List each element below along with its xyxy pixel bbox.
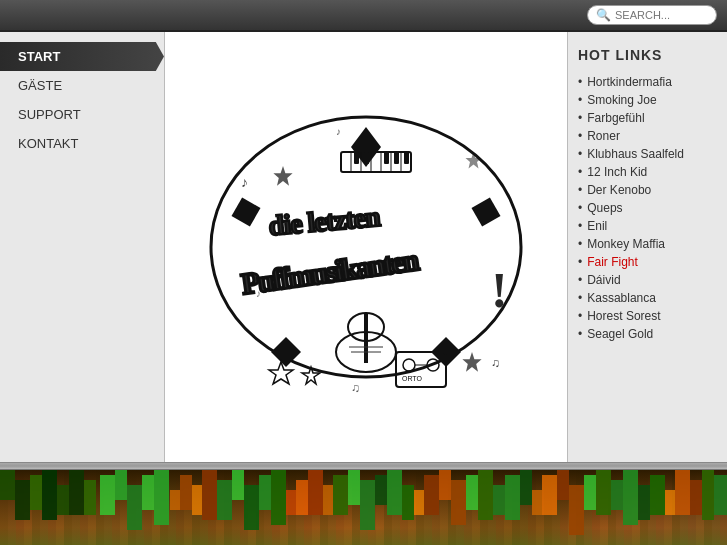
list-item: Dáivid [578, 271, 717, 289]
list-item: Enil [578, 217, 717, 235]
svg-rect-96 [690, 480, 702, 515]
svg-rect-54 [142, 475, 154, 510]
svg-rect-67 [308, 470, 323, 515]
hot-link-fair-fight[interactable]: Fair Fight [587, 255, 638, 269]
hot-link[interactable]: Kassablanca [587, 291, 656, 305]
svg-rect-58 [192, 485, 202, 515]
svg-rect-84 [532, 490, 542, 515]
svg-text:♪: ♪ [256, 288, 261, 299]
svg-rect-78 [451, 480, 466, 525]
svg-rect-53 [127, 485, 142, 530]
svg-rect-87 [569, 485, 584, 535]
hot-link[interactable]: Klubhaus Saalfeld [587, 147, 684, 161]
top-bar: 🔍 [0, 0, 727, 32]
svg-rect-55 [154, 470, 169, 525]
svg-rect-74 [402, 485, 414, 520]
svg-text:ORTO: ORTO [402, 375, 423, 382]
hot-link[interactable]: Queps [587, 201, 622, 215]
svg-rect-48 [57, 485, 69, 515]
svg-rect-18 [364, 313, 368, 363]
list-item: Seagel Gold [578, 325, 717, 343]
hot-link[interactable]: Roner [587, 129, 620, 143]
nav-item-start[interactable]: START [0, 42, 164, 71]
svg-rect-51 [100, 475, 115, 515]
svg-rect-70 [348, 470, 360, 505]
hot-link[interactable]: Dáivid [587, 273, 620, 287]
svg-rect-88 [584, 475, 596, 510]
svg-text:♫: ♫ [351, 381, 360, 395]
nav-item-gaeste[interactable]: GÄSTE [0, 71, 164, 100]
svg-marker-7 [462, 352, 481, 372]
svg-text:Puffmusikanten: Puffmusikanten [239, 243, 421, 301]
svg-rect-82 [505, 475, 520, 520]
svg-rect-52 [115, 470, 127, 500]
center-content: ♪ ♫ ♪ die letzten die letzten Puffmusika… [165, 32, 567, 462]
svg-rect-89 [596, 470, 611, 515]
svg-rect-73 [387, 470, 402, 515]
svg-text:die letzten: die letzten [267, 201, 382, 242]
list-item: Hortkindermafia [578, 73, 717, 91]
svg-rect-28 [354, 152, 359, 164]
hot-link[interactable]: Horest Sorest [587, 309, 660, 323]
svg-marker-39 [269, 362, 293, 384]
list-item: Der Kenobo [578, 181, 717, 199]
svg-rect-83 [520, 470, 532, 505]
hot-link[interactable]: Seagel Gold [587, 327, 653, 341]
svg-rect-72 [375, 475, 387, 505]
svg-rect-76 [424, 475, 439, 515]
hot-links-sidebar: HOT LINKS Hortkindermafia Smoking Joe Fa… [567, 32, 727, 462]
list-item: Monkey Maffia [578, 235, 717, 253]
graffiti-art: ♪ ♫ ♪ die letzten die letzten Puffmusika… [196, 87, 536, 407]
list-item: Roner [578, 127, 717, 145]
hot-link[interactable]: Der Kenobo [587, 183, 651, 197]
svg-rect-95 [675, 470, 690, 515]
svg-rect-63 [259, 475, 271, 510]
svg-rect-59 [202, 470, 217, 520]
svg-rect-68 [323, 485, 333, 515]
list-item: Klubhaus Saalfeld [578, 145, 717, 163]
svg-rect-92 [638, 485, 650, 520]
svg-rect-66 [296, 480, 308, 515]
svg-rect-57 [180, 475, 192, 510]
svg-rect-61 [232, 470, 244, 500]
search-icon: 🔍 [596, 8, 611, 22]
svg-rect-45 [15, 480, 30, 520]
nav-item-support[interactable]: SUPPORT [0, 100, 164, 129]
list-item: Fair Fight [578, 253, 717, 271]
hot-links-title: HOT LINKS [578, 47, 717, 63]
svg-marker-6 [273, 166, 292, 186]
bottom-image-inner [0, 470, 727, 545]
svg-rect-80 [478, 470, 493, 520]
svg-point-35 [403, 359, 415, 371]
svg-rect-91 [623, 470, 638, 525]
nav-item-kontakt[interactable]: KONTAKT [0, 129, 164, 158]
sidebar: START GÄSTE SUPPORT KONTAKT [0, 32, 165, 462]
list-item: Kassablanca [578, 289, 717, 307]
svg-rect-56 [170, 490, 180, 510]
list-item: 12 Inch Kid [578, 163, 717, 181]
list-item: Smoking Joe [578, 91, 717, 109]
svg-rect-44 [0, 470, 15, 500]
search-box[interactable]: 🔍 [587, 5, 717, 25]
search-input[interactable] [615, 9, 708, 21]
svg-rect-97 [702, 470, 714, 520]
svg-rect-62 [244, 485, 259, 530]
svg-rect-69 [333, 475, 348, 515]
section-divider [0, 462, 727, 470]
svg-rect-93 [650, 475, 665, 515]
hot-link[interactable]: Monkey Maffia [587, 237, 665, 251]
hot-link[interactable]: Farbgefühl [587, 111, 644, 125]
hot-link[interactable]: Smoking Joe [587, 93, 656, 107]
hot-link[interactable]: 12 Inch Kid [587, 165, 647, 179]
svg-marker-3 [468, 194, 505, 231]
list-item: Queps [578, 199, 717, 217]
svg-rect-49 [69, 470, 84, 515]
svg-rect-86 [557, 470, 569, 500]
svg-text:♪: ♪ [336, 126, 341, 137]
svg-rect-46 [30, 475, 42, 510]
svg-marker-2 [228, 194, 265, 231]
hot-link[interactable]: Enil [587, 219, 607, 233]
hot-link[interactable]: Hortkindermafia [587, 75, 672, 89]
hot-links-list: Hortkindermafia Smoking Joe Farbgefühl R… [578, 73, 717, 343]
svg-rect-98 [714, 475, 727, 515]
